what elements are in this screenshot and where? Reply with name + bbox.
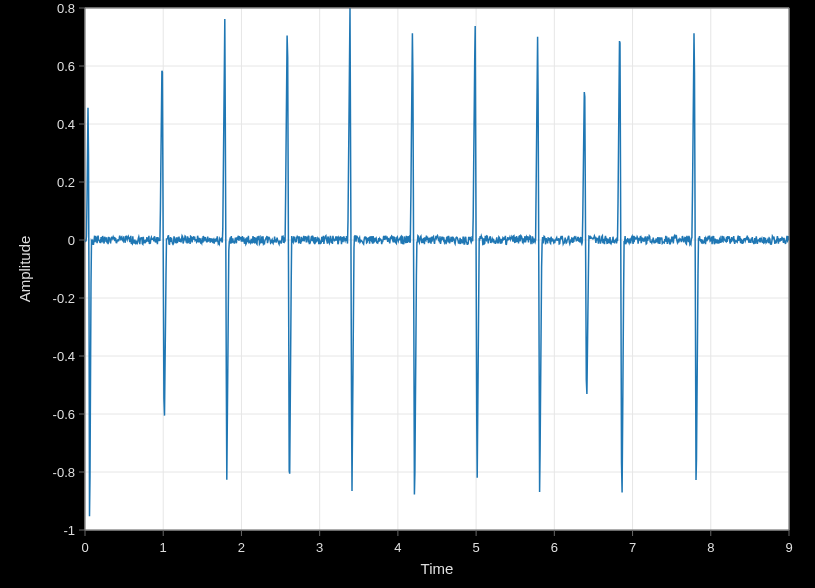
x-tick-label: 8 xyxy=(707,540,714,555)
y-tick-label: 0.2 xyxy=(57,175,75,190)
x-tick-label: 5 xyxy=(472,540,479,555)
y-tick-label: 0.6 xyxy=(57,59,75,74)
y-tick-label: 0.4 xyxy=(57,117,75,132)
x-tick-label: 7 xyxy=(629,540,636,555)
x-axis: 0123456789 xyxy=(81,530,792,555)
x-tick-label: 3 xyxy=(316,540,323,555)
x-axis-label: Time xyxy=(421,560,454,577)
x-tick-label: 4 xyxy=(394,540,401,555)
y-tick-label: 0 xyxy=(68,233,75,248)
y-axis-label: Amplitude xyxy=(16,236,33,303)
x-tick-label: 9 xyxy=(785,540,792,555)
y-tick-label: -0.2 xyxy=(53,291,75,306)
y-tick-label: -0.6 xyxy=(53,407,75,422)
y-tick-label: 0.8 xyxy=(57,1,75,16)
x-tick-label: 6 xyxy=(551,540,558,555)
plot-area xyxy=(85,8,789,530)
x-tick-label: 0 xyxy=(81,540,88,555)
y-axis: -1-0.8-0.6-0.4-0.200.20.40.60.8 xyxy=(53,1,85,538)
y-tick-label: -0.4 xyxy=(53,349,75,364)
y-tick-label: -0.8 xyxy=(53,465,75,480)
y-tick-label: -1 xyxy=(63,523,75,538)
x-tick-label: 1 xyxy=(160,540,167,555)
signal-chart: 0123456789-1-0.8-0.6-0.4-0.200.20.40.60.… xyxy=(0,0,815,588)
x-tick-label: 2 xyxy=(238,540,245,555)
